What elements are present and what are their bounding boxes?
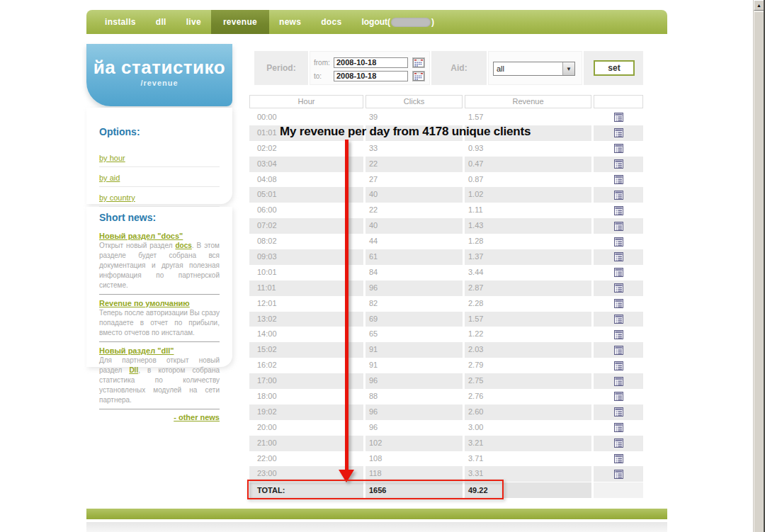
details-table-icon [614,315,623,324]
details-button[interactable] [614,438,623,448]
row-clicks: 84 [366,265,463,281]
row-details-cell [594,249,643,265]
details-button[interactable] [614,377,623,386]
details-button[interactable] [614,283,623,293]
table-row: 22:00 108 3.71 [249,451,643,467]
table-row: 10:01 84 3.44 [249,265,643,281]
details-button[interactable] [614,175,623,184]
nav-item-docs[interactable]: docs [311,10,351,34]
row-clicks: 61 [366,249,463,265]
options-list-item: by hour [99,147,220,167]
details-button[interactable] [614,470,623,479]
table-row: 05:01 40 1.02 [249,187,643,203]
nav-item-installs[interactable]: installs [95,10,146,34]
details-button[interactable] [614,113,623,122]
news-inline-link[interactable]: Dll [129,366,138,374]
row-revenue: 2.76 [465,389,591,404]
details-button[interactable] [614,237,623,247]
details-table-icon [614,237,623,247]
row-details-cell [594,187,643,203]
sidebar-link-by-country[interactable]: by country [99,193,135,202]
scroll-up-arrow-icon[interactable]: ▲ [754,0,764,11]
to-date-input[interactable] [334,71,408,81]
row-revenue: 1.28 [465,234,591,249]
details-button[interactable] [614,315,623,324]
news-item-title-link[interactable]: Новый раздел "dll" [99,346,220,355]
row-details-cell [594,342,643,358]
period-dates-box: from: to: [310,51,430,85]
row-details-cell [594,358,643,373]
row-details-cell [594,157,643,172]
details-button[interactable] [614,144,623,153]
table-row: 20:00 96 3.00 [249,420,643,436]
footer-gray-strip [86,522,667,532]
options-list-item: by country [99,187,220,207]
aid-dropdown-value: all [494,64,562,73]
sidebar-link-by-hour[interactable]: by hour [99,154,125,162]
details-table-icon [614,407,623,417]
set-button[interactable]: set [594,60,635,76]
nav-item-live[interactable]: live [176,10,211,34]
chevron-down-icon[interactable]: ▼ [562,62,574,75]
news-inline-link[interactable]: docs [175,242,191,249]
row-clicks: 82 [366,296,463,312]
nav-item-dll[interactable]: dll [146,10,176,34]
details-button[interactable] [614,206,623,215]
nav-item-revenue[interactable]: revenue [211,10,269,34]
aid-dropdown[interactable]: all ▼ [493,62,575,76]
details-table-icon [614,252,623,261]
row-clicks: 96 [366,281,463,296]
details-button[interactable] [614,454,623,463]
options-link-list: by hourby aidby country [99,147,220,207]
row-details-cell [594,218,643,234]
to-calendar-button[interactable] [412,71,425,81]
details-button[interactable] [614,299,623,308]
column-header-clicks: Clicks [366,95,463,108]
period-label-box: Period: [254,51,308,85]
sidebar-link-by-aid[interactable]: by aid [99,174,120,182]
row-details-cell [594,466,643,482]
table-row: 02:02 33 0.93 [249,141,643,157]
nav-item-news[interactable]: news [269,10,311,34]
row-clicks: 96 [366,404,463,420]
details-table-icon [614,144,623,153]
logout-redacted-username [391,18,431,27]
details-table-icon [614,346,623,355]
details-button[interactable] [614,330,623,339]
details-button[interactable] [614,423,623,432]
annotation-highlight-box [247,480,504,499]
row-revenue: 1.11 [465,203,591,218]
details-table-icon [614,175,623,184]
news-item-title-link[interactable]: Новый раздел "docs" [99,232,220,240]
table-row: 12:01 82 2.28 [249,296,643,312]
details-table-icon [614,222,623,231]
details-button[interactable] [614,392,623,401]
details-button[interactable] [614,252,623,261]
column-header-revenue: Revenue [465,95,591,108]
row-details-cell [594,312,643,327]
from-calendar-button[interactable] [412,57,425,68]
row-details-cell [594,281,643,296]
scrollbar-thumb[interactable] [754,11,764,532]
other-news-link[interactable]: - other news [99,413,220,421]
details-button[interactable] [614,346,623,355]
row-clicks: 91 [366,358,463,373]
nav-item-logout[interactable]: logout() [351,10,438,34]
row-clicks: 40 [366,187,463,203]
from-date-input[interactable] [334,57,408,68]
news-item-title-link[interactable]: Revenue по умолчанию [99,299,220,307]
details-button[interactable] [614,159,623,169]
details-button[interactable] [614,128,623,137]
row-revenue: 2.75 [465,373,591,389]
row-details-cell [594,110,643,125]
details-button[interactable] [614,268,623,277]
details-button[interactable] [614,222,623,231]
details-button[interactable] [614,361,623,370]
details-button[interactable] [614,191,623,200]
table-row: 07:02 40 1.43 [249,218,643,234]
table-header: Hour Clicks Revenue [249,95,643,108]
table-row: 17:00 96 2.75 [249,373,643,389]
page-content: installsdllliverevenuenewsdocs logout() … [86,0,667,532]
details-button[interactable] [614,407,623,417]
logout-label-close: ) [431,17,434,27]
